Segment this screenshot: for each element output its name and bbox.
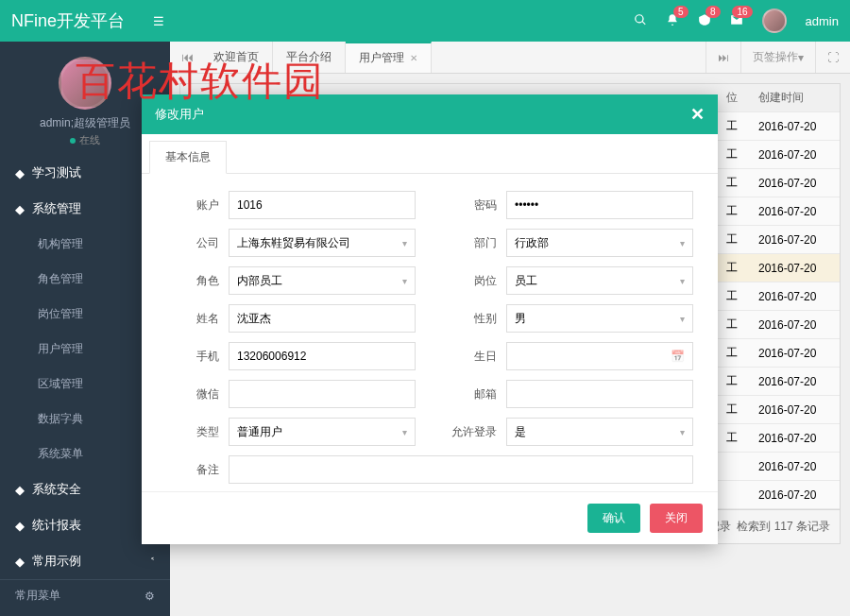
field-label: 公司 bbox=[166, 235, 219, 251]
field-company: 公司上海东鞋贸易有限公司 bbox=[166, 229, 416, 257]
mobile-input[interactable] bbox=[229, 342, 416, 370]
menu-toggle-icon[interactable]: ☰ bbox=[153, 14, 164, 28]
close-icon[interactable]: ✕ bbox=[690, 104, 705, 125]
field-label: 岗位 bbox=[444, 273, 497, 289]
field-position: 岗位员工 bbox=[444, 266, 693, 295]
cancel-button[interactable]: 关闭 bbox=[650, 504, 703, 533]
field-label: 账户 bbox=[166, 197, 219, 214]
dept-select[interactable]: 行政部 bbox=[506, 229, 693, 257]
field-label: 微信 bbox=[166, 386, 219, 402]
field-remark: 备注 bbox=[166, 455, 693, 484]
mail-badge: 16 bbox=[732, 6, 752, 18]
field-label: 生日 bbox=[444, 349, 497, 365]
position-select[interactable]: 员工 bbox=[506, 266, 693, 295]
username[interactable]: admin bbox=[806, 14, 839, 28]
modal-title: 修改用户 bbox=[155, 106, 204, 123]
birthday-select[interactable] bbox=[506, 342, 693, 370]
field-label: 性别 bbox=[444, 311, 497, 327]
remark-input[interactable] bbox=[229, 455, 693, 484]
password-input[interactable] bbox=[506, 191, 693, 219]
field-label: 备注 bbox=[166, 462, 219, 478]
app-logo: NFine开发平台 bbox=[11, 9, 125, 32]
search-icon[interactable] bbox=[634, 13, 647, 29]
field-label: 邮箱 bbox=[444, 386, 497, 402]
bell-icon[interactable]: 5 bbox=[666, 13, 679, 29]
field-label: 允许登录 bbox=[444, 424, 497, 440]
bell-badge: 5 bbox=[673, 6, 688, 18]
field-name: 姓名 bbox=[166, 304, 416, 333]
type-select[interactable]: 普通用户 bbox=[229, 418, 416, 446]
field-gender: 性别男 bbox=[444, 304, 693, 333]
ok-button[interactable]: 确认 bbox=[587, 504, 640, 533]
account-input[interactable] bbox=[229, 191, 416, 219]
sidebar-item-常用示例[interactable]: ◆常用示例˂ bbox=[0, 543, 170, 579]
wechat-input[interactable] bbox=[229, 380, 416, 408]
role-select[interactable]: 内部员工 bbox=[229, 266, 416, 295]
field-label: 角色 bbox=[166, 273, 219, 289]
allow-select[interactable]: 是 bbox=[506, 418, 693, 446]
modal-header: 修改用户 ✕ bbox=[142, 94, 718, 134]
field-label: 手机 bbox=[166, 349, 219, 365]
avatar[interactable] bbox=[762, 9, 787, 33]
notif-badge: 8 bbox=[706, 6, 721, 18]
gender-select[interactable]: 男 bbox=[506, 304, 693, 333]
mail-icon[interactable]: 16 bbox=[730, 13, 743, 29]
field-account: 账户 bbox=[166, 191, 416, 219]
tab-basic-info[interactable]: 基本信息 bbox=[149, 141, 227, 174]
sidebar-footer: 常用菜单 ⚙ bbox=[0, 579, 170, 611]
field-email: 邮箱 bbox=[444, 380, 693, 408]
field-wechat: 微信 bbox=[166, 380, 416, 408]
name-input[interactable] bbox=[229, 304, 416, 333]
notif-icon[interactable]: 8 bbox=[698, 13, 711, 29]
company-select[interactable]: 上海东鞋贸易有限公司 bbox=[229, 229, 416, 257]
field-label: 密码 bbox=[444, 197, 497, 214]
gear-icon[interactable]: ⚙ bbox=[144, 590, 155, 603]
field-label: 类型 bbox=[166, 424, 219, 440]
field-birthday: 生日 bbox=[444, 342, 693, 370]
edit-user-modal: 修改用户 ✕ 基本信息 账户密码公司上海东鞋贸易有限公司部门行政部角色内部员工岗… bbox=[142, 94, 718, 544]
field-mobile: 手机 bbox=[166, 342, 416, 370]
avatar-large bbox=[59, 57, 111, 110]
field-label: 部门 bbox=[444, 235, 497, 251]
field-allow: 允许登录是 bbox=[444, 418, 693, 446]
field-type: 类型普通用户 bbox=[166, 418, 416, 446]
field-dept: 部门行政部 bbox=[444, 229, 693, 257]
field-password: 密码 bbox=[444, 191, 693, 219]
field-role: 角色内部员工 bbox=[166, 266, 416, 295]
field-label: 姓名 bbox=[166, 311, 219, 327]
topbar: NFine开发平台 ☰ 5 8 16 admin bbox=[0, 0, 850, 42]
email-input[interactable] bbox=[506, 380, 693, 408]
